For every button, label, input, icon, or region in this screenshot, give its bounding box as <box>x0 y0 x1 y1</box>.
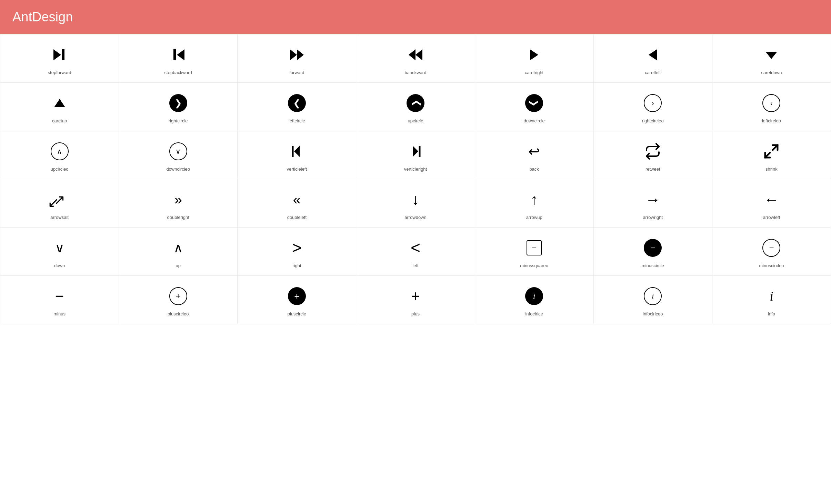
icon-cell-caretup[interactable]: caretup <box>0 83 119 131</box>
icon-cell-banckward[interactable]: banckward <box>356 34 475 83</box>
up-label: up <box>176 263 180 268</box>
pluscircle-label: pluscircle <box>288 311 306 316</box>
shrink-icon <box>763 141 780 162</box>
icon-cell-arrowup[interactable]: ↑arrowup <box>475 179 594 228</box>
rightcircle-label: rightcircle <box>169 118 188 123</box>
downcircle-icon: ❯ <box>525 93 543 113</box>
infocirlceo-label: infocirlceo <box>643 311 663 316</box>
icon-cell-leftcircleo[interactable]: ‹leftcircleo <box>712 83 831 131</box>
arrowsalt-icon: ↙↗ <box>54 189 66 210</box>
upcircle-circle-filled: ❯ <box>407 94 424 112</box>
plus-label: plus <box>411 311 420 316</box>
rightcircle-icon: ❯ <box>169 93 187 113</box>
icon-cell-arrowsalt[interactable]: ↙↗arrowsalt <box>0 179 119 228</box>
svg-marker-4 <box>290 49 297 60</box>
icon-cell-arrowleft[interactable]: ←arrowleft <box>712 179 831 228</box>
leftcircleo-circle-outline: ‹ <box>762 94 780 112</box>
icon-cell-right[interactable]: >right <box>238 228 356 276</box>
icon-cell-up[interactable]: ∧up <box>119 228 238 276</box>
icon-cell-left[interactable]: <left <box>356 228 475 276</box>
svg-marker-5 <box>297 49 304 60</box>
icon-cell-doubleright[interactable]: »doubleright <box>119 179 238 228</box>
icon-cell-infocirlceo[interactable]: iinfocirlceo <box>594 276 712 324</box>
rightcircleo-circle-outline: › <box>644 94 662 112</box>
pluscircleo-label: pluscircleo <box>168 311 189 316</box>
icon-cell-shrink[interactable]: shrink <box>712 131 831 179</box>
svg-marker-2 <box>177 49 184 60</box>
stepbackward-icon <box>170 44 187 65</box>
icon-cell-upcircle[interactable]: ❯upcircle <box>356 83 475 131</box>
downcircleo-icon: ∨ <box>169 141 187 162</box>
icon-cell-infocirlce[interactable]: iinfocirlce <box>475 276 594 324</box>
verticleright-icon <box>407 141 424 162</box>
arrowleft-icon: ← <box>764 189 779 210</box>
svg-marker-11 <box>54 99 65 107</box>
minus-icon: − <box>55 286 64 306</box>
icon-cell-upcircleo[interactable]: ∧upcircleo <box>0 131 119 179</box>
retweet-label: retweet <box>645 167 660 172</box>
icon-cell-pluscircleo[interactable]: +pluscircleo <box>119 276 238 324</box>
svg-marker-0 <box>53 49 61 60</box>
icon-cell-leftcircle[interactable]: ❮leftcircle <box>238 83 356 131</box>
upcircleo-circle-outline: ∧ <box>51 142 69 160</box>
doubleleft-icon: « <box>293 189 301 210</box>
svg-marker-9 <box>649 49 657 60</box>
icon-cell-caretright[interactable]: caretright <box>475 34 594 83</box>
upcircleo-icon: ∧ <box>51 141 69 162</box>
pluscircle-icon: + <box>288 286 306 306</box>
icon-cell-rightcircle[interactable]: ❯rightcircle <box>119 83 238 131</box>
svg-rect-3 <box>173 49 176 60</box>
icon-cell-downcircleo[interactable]: ∨downcircleo <box>119 131 238 179</box>
infocirlceo-icon: i <box>644 286 662 306</box>
icon-cell-caretleft[interactable]: caretleft <box>594 34 712 83</box>
icon-cell-verticleright[interactable]: verticleright <box>356 131 475 179</box>
svg-marker-12 <box>294 146 300 157</box>
icon-cell-minuscircleo[interactable]: −minuscircleo <box>712 228 831 276</box>
icon-cell-downcircle[interactable]: ❯downcircle <box>475 83 594 131</box>
forward-icon <box>289 44 305 65</box>
banckward-icon <box>407 44 424 65</box>
verticleleft-icon <box>289 141 305 162</box>
svg-marker-7 <box>409 49 416 60</box>
icon-cell-rightcircleo[interactable]: ›rightcircleo <box>594 83 712 131</box>
downcircleo-circle-outline: ∨ <box>169 142 187 160</box>
infocirlceo-circle-outline: i <box>644 287 662 305</box>
verticleleft-label: verticleleft <box>287 167 307 172</box>
icon-cell-doubleleft[interactable]: «doubleleft <box>238 179 356 228</box>
minus-label: minus <box>53 311 66 316</box>
icon-cell-back[interactable]: ↩back <box>475 131 594 179</box>
icon-cell-pluscircle[interactable]: +pluscircle <box>238 276 356 324</box>
caretdown-icon <box>763 44 780 65</box>
icon-cell-stepforward[interactable]: stepforward <box>0 34 119 83</box>
caretup-label: caretup <box>52 118 67 123</box>
down-icon: ∨ <box>55 238 64 258</box>
shrink-label: shrink <box>765 167 778 172</box>
minuscircleo-circle-outline: − <box>762 239 780 257</box>
plus-icon: + <box>411 286 420 306</box>
icon-cell-down[interactable]: ∨down <box>0 228 119 276</box>
svg-rect-1 <box>62 49 64 60</box>
icon-cell-minuscircle[interactable]: −minuscircle <box>594 228 712 276</box>
icon-cell-info[interactable]: iinfo <box>712 276 831 324</box>
minussquareo-icon: − <box>527 238 542 258</box>
doubleleft-label: doubleleft <box>287 215 307 220</box>
icon-cell-caretdown[interactable]: caretdown <box>712 34 831 83</box>
pluscircle-circle-filled: + <box>288 287 306 305</box>
doubleright-icon: » <box>174 189 182 210</box>
icon-cell-retweet[interactable]: retweet <box>594 131 712 179</box>
icon-cell-minussquareo[interactable]: −minussquareo <box>475 228 594 276</box>
icon-cell-stepbackward[interactable]: stepbackward <box>119 34 238 83</box>
minuscircleo-icon: − <box>762 238 780 258</box>
upcircle-icon: ❯ <box>407 93 424 113</box>
icon-cell-verticleleft[interactable]: verticleleft <box>238 131 356 179</box>
app-header: AntDesign <box>0 0 831 34</box>
icon-cell-forward[interactable]: forward <box>238 34 356 83</box>
svg-marker-8 <box>530 49 538 60</box>
minuscircleo-label: minuscircleo <box>759 263 784 268</box>
icon-cell-arrowdown[interactable]: ↓arrowdown <box>356 179 475 228</box>
icon-cell-arrowright[interactable]: →arrowright <box>594 179 712 228</box>
minuscircle-icon: − <box>644 238 662 258</box>
icon-cell-plus[interactable]: +plus <box>356 276 475 324</box>
icon-cell-minus[interactable]: −minus <box>0 276 119 324</box>
caretdown-label: caretdown <box>761 70 782 75</box>
